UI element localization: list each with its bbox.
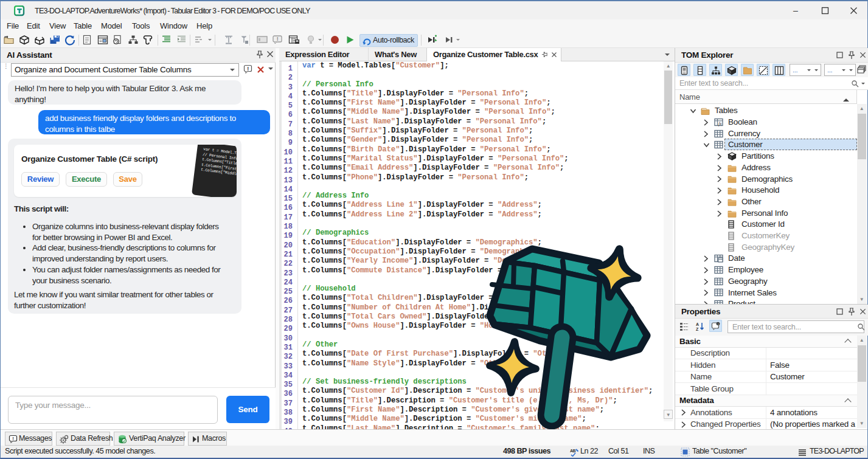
svg-text:!: ! [277, 36, 279, 42]
svg-text:AB: AB [570, 449, 576, 453]
svg-text:i: i [718, 322, 718, 326]
svg-text:fx: fx [718, 120, 722, 126]
svg-text:!: ! [247, 66, 249, 72]
svg-text:!: ! [12, 436, 13, 441]
svg-text:Z: Z [696, 327, 699, 331]
svg-text:A: A [696, 322, 699, 326]
